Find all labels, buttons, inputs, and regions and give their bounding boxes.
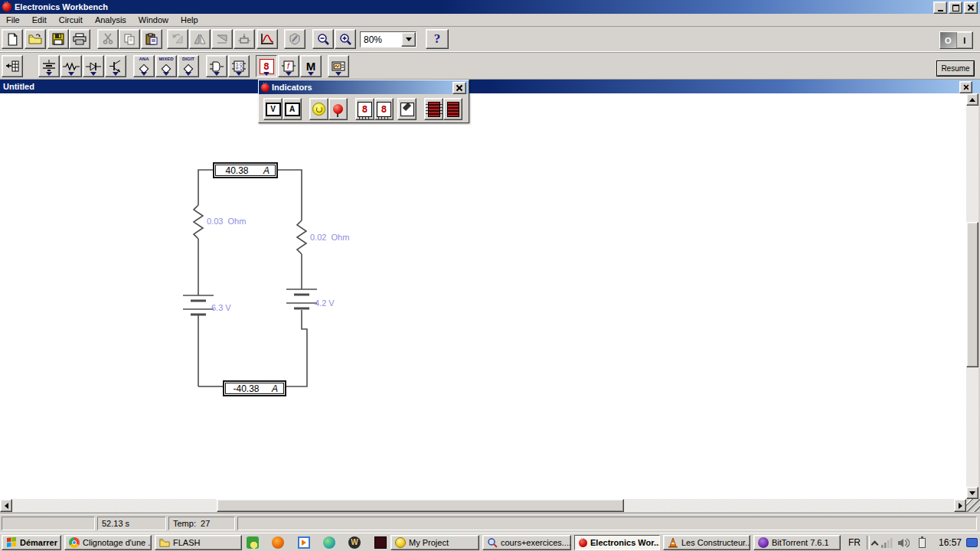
task-label: Electronics Wor... bbox=[590, 538, 660, 547]
resize-grip[interactable] bbox=[966, 499, 980, 512]
ana-label: ANA bbox=[134, 57, 154, 61]
ammeter-top[interactable]: 40.38 A bbox=[213, 162, 278, 178]
display-graphs-button[interactable] bbox=[256, 29, 278, 49]
start-button[interactable]: Démarrer bbox=[2, 535, 61, 550]
task-flash[interactable]: FLASH bbox=[155, 535, 242, 550]
menu-edit[interactable]: Edit bbox=[26, 15, 53, 25]
analog-ics-bin-button[interactable]: ANA bbox=[133, 55, 155, 77]
controls-bin-button[interactable]: f bbox=[278, 55, 299, 77]
display-tray-icon[interactable] bbox=[966, 538, 978, 547]
zoom-combo-dropdown-button[interactable] bbox=[401, 32, 416, 47]
digit-label: DIGIT bbox=[178, 57, 198, 61]
dark-red-app-icon[interactable] bbox=[374, 536, 387, 549]
horizontal-scroll-thumb[interactable] bbox=[217, 499, 624, 512]
bargraph-display-button[interactable] bbox=[424, 98, 443, 120]
save-button[interactable] bbox=[47, 29, 69, 49]
transistors-bin-button[interactable] bbox=[105, 55, 126, 77]
menu-file[interactable]: File bbox=[0, 15, 26, 25]
create-subcircuit-button[interactable] bbox=[234, 29, 255, 49]
scroll-left-button[interactable] bbox=[0, 499, 12, 512]
tray-chevron-icon[interactable] bbox=[871, 540, 877, 546]
task-clignotage[interactable]: Clignotage d'une ... bbox=[64, 535, 152, 550]
voltmeter-button[interactable]: V bbox=[263, 98, 283, 120]
cut-button[interactable] bbox=[97, 29, 119, 49]
sources-bin-button[interactable] bbox=[38, 55, 60, 77]
messenger-icon[interactable] bbox=[323, 536, 335, 549]
volume-icon[interactable] bbox=[897, 538, 910, 548]
network-signal-icon[interactable] bbox=[880, 538, 893, 548]
power-switch[interactable]: O I bbox=[939, 31, 973, 49]
document-close-button[interactable] bbox=[959, 81, 972, 93]
battery-icon[interactable] bbox=[919, 538, 926, 548]
restore-button[interactable] bbox=[949, 2, 962, 14]
horizontal-scrollbar[interactable] bbox=[0, 499, 966, 512]
indicators-palette-titlebar[interactable]: Indicators bbox=[259, 80, 469, 94]
scroll-down-button[interactable] bbox=[966, 487, 978, 499]
resistor-left-label[interactable]: 0.03 Ohm bbox=[207, 217, 246, 226]
task-electronics-workbench-active[interactable]: Electronics Wor... bbox=[574, 535, 660, 550]
buzzer-button[interactable] bbox=[397, 98, 416, 120]
resistor-right-label[interactable]: 0.02 Ohm bbox=[310, 233, 349, 242]
miscellaneous-bin-button[interactable]: M bbox=[300, 55, 322, 77]
decoded-seven-segment-button[interactable]: 8 bbox=[374, 98, 394, 120]
logic-gates-bin-button[interactable] bbox=[206, 55, 227, 77]
flip-vertical-button[interactable] bbox=[211, 29, 233, 49]
component-properties-button[interactable] bbox=[284, 29, 305, 49]
tray-clock[interactable]: 16:57 bbox=[939, 537, 962, 548]
open-button[interactable] bbox=[24, 29, 46, 49]
w-game-icon[interactable]: W bbox=[348, 536, 361, 549]
diodes-bin-button[interactable] bbox=[83, 55, 104, 77]
minimize-button[interactable] bbox=[933, 2, 947, 14]
bulb-button[interactable] bbox=[309, 98, 328, 120]
seven-segment-display-button[interactable]: 8 bbox=[355, 98, 374, 120]
task-cours-exercices[interactable]: cours+exercices.... bbox=[482, 535, 571, 550]
favorites-bin-button[interactable] bbox=[2, 55, 23, 77]
task-bittorrent[interactable]: BitTorrent 7.6.1 bbox=[753, 535, 841, 550]
task-label: BitTorrent 7.6.1 bbox=[772, 538, 829, 547]
task-my-project[interactable]: My Project bbox=[390, 535, 479, 550]
flip-horizontal-button[interactable] bbox=[189, 29, 211, 49]
ammeter-button[interactable]: A bbox=[283, 98, 302, 120]
menu-window[interactable]: Window bbox=[132, 15, 175, 25]
rotate-button[interactable] bbox=[167, 29, 188, 49]
resume-button[interactable]: Resume bbox=[937, 61, 974, 76]
digital-ics-bin-button[interactable]: DIGIT bbox=[178, 55, 199, 77]
battery-right-label[interactable]: 4.2 V bbox=[315, 298, 335, 308]
battery-left-label[interactable]: 6.3 V bbox=[211, 303, 231, 312]
new-button[interactable] bbox=[2, 29, 23, 49]
ammeter-bottom[interactable]: -40.38 A bbox=[223, 380, 286, 396]
seven-segment-icon: 8 bbox=[377, 102, 391, 117]
circuit-canvas[interactable]: 40.38 A -40.38 A 0.03 Ohm 0.02 Ohm 6.3 V… bbox=[0, 93, 966, 499]
vertical-scroll-thumb[interactable] bbox=[966, 222, 978, 367]
chevron-down-icon bbox=[406, 37, 412, 41]
zoom-out-button[interactable] bbox=[312, 29, 334, 49]
quicklaunch-icon-1[interactable] bbox=[247, 536, 259, 549]
menu-circuit[interactable]: Circuit bbox=[53, 15, 89, 25]
task-les-constructeurs[interactable]: Les Constructeur... bbox=[663, 535, 750, 550]
instruments-bin-button[interactable] bbox=[328, 55, 349, 77]
app-title: Electronics Workbench bbox=[15, 2, 108, 11]
bittorrent-icon bbox=[758, 537, 769, 548]
indicators-bin-button-active[interactable]: 8 bbox=[256, 55, 277, 77]
help-button[interactable]: ? bbox=[426, 29, 449, 49]
vertical-scrollbar[interactable] bbox=[966, 93, 978, 499]
language-indicator[interactable]: FR bbox=[848, 537, 861, 548]
copy-button[interactable] bbox=[119, 29, 140, 49]
menu-analysis[interactable]: Analysis bbox=[89, 15, 132, 25]
zoom-in-button[interactable] bbox=[335, 29, 356, 49]
paste-button[interactable] bbox=[141, 29, 162, 49]
scroll-up-button[interactable] bbox=[966, 93, 978, 106]
probe-button[interactable] bbox=[328, 98, 348, 120]
decoded-bargraph-button[interactable] bbox=[443, 98, 462, 120]
scroll-right-button[interactable] bbox=[954, 499, 966, 512]
indicators-palette-close-button[interactable] bbox=[452, 82, 466, 94]
print-button[interactable] bbox=[69, 29, 90, 49]
basic-bin-button[interactable] bbox=[60, 55, 82, 77]
menu-help[interactable]: Help bbox=[175, 15, 204, 25]
close-button[interactable] bbox=[964, 2, 978, 14]
mixed-ics-bin-button[interactable]: MIXED bbox=[155, 55, 177, 77]
zoom-level-combobox[interactable]: 80% bbox=[360, 31, 416, 47]
digital-bin-button[interactable]: S QR Q bbox=[228, 55, 250, 77]
firefox-icon[interactable] bbox=[272, 536, 284, 549]
media-player-icon[interactable] bbox=[298, 536, 310, 549]
